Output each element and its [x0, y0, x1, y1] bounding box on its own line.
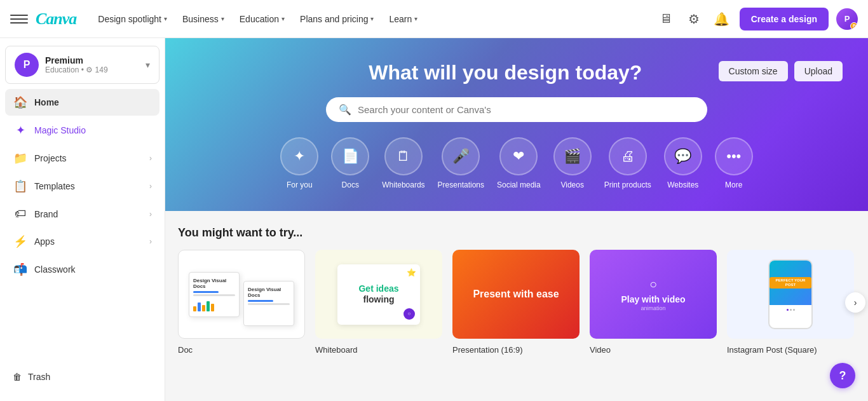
card-whiteboard-thumbnail: ⭐ Get ideas flowing ○: [315, 250, 442, 339]
for-you-icon: ✦: [280, 137, 318, 175]
nav-item-education[interactable]: Education ▾: [233, 10, 291, 28]
classwork-icon: 📬: [13, 262, 28, 276]
category-presentations[interactable]: 🎤 Presentations: [438, 137, 484, 189]
card-presentation[interactable]: Present with ease Presentation (16:9): [452, 250, 580, 355]
category-more[interactable]: ••• More: [715, 137, 753, 189]
hero-search-bar: 🔍: [326, 97, 707, 122]
chevron-right-icon: ›: [149, 237, 152, 246]
nav-item-design-spotlight[interactable]: Design spotlight ▾: [92, 10, 173, 28]
sidebar-item-label: Brand: [34, 209, 143, 219]
docs-icon: 📄: [331, 137, 369, 175]
chevron-down-icon: ▾: [221, 15, 224, 22]
card-whiteboard[interactable]: ⭐ Get ideas flowing ○ Whiteboard: [315, 250, 442, 355]
category-label: Print products: [604, 180, 651, 189]
card-instagram-thumbnail: PERFECT YOUR POST: [727, 250, 854, 339]
hero-top: What will you design today? Custom size …: [191, 61, 843, 85]
presentations-icon: 🎤: [442, 137, 480, 175]
doc-chart: [193, 299, 235, 311]
sidebar-profile-sub: Education • ⚙ 149: [45, 65, 146, 74]
suggestions-section: You might want to try... Design Visual D…: [165, 211, 868, 368]
scroll-right-button[interactable]: ›: [845, 292, 865, 313]
canva-logo: Canva: [36, 10, 76, 29]
nav-item-business[interactable]: Business ▾: [176, 10, 231, 28]
sidebar-profile-name: Premium: [45, 55, 146, 65]
card-doc-label: Doc: [178, 345, 193, 355]
suggestions-title: You might want to try...: [178, 226, 855, 240]
avatar[interactable]: P P: [836, 8, 858, 30]
sidebar-item-label: Classwork: [34, 264, 152, 275]
notification-icon[interactable]: 🔔: [712, 9, 732, 29]
chevron-right-icon: ›: [149, 154, 152, 163]
suggestion-cards-row: Design Visual Docs: [178, 250, 855, 355]
sidebar-item-label: Apps: [34, 236, 143, 247]
hamburger-menu[interactable]: [10, 10, 28, 28]
search-input[interactable]: [358, 104, 695, 115]
upload-button[interactable]: Upload: [794, 61, 843, 81]
social-media-icon: ❤: [499, 137, 538, 175]
hero-title: What will you design today?: [292, 61, 719, 85]
card-instagram[interactable]: PERFECT YOUR POST Instagram Po: [727, 250, 854, 355]
doc-preview-secondary: Design Visual Docs: [243, 281, 294, 326]
more-icon: •••: [715, 137, 753, 175]
websites-icon: 💬: [664, 137, 702, 175]
sidebar-navigation: 🏠 Home ✦ Magic Studio 📁 Projects › 📋 Tem…: [0, 89, 165, 283]
category-label: For you: [287, 180, 313, 189]
sidebar-profile-info: Premium Education • ⚙ 149: [45, 55, 146, 74]
doc-bar: [193, 291, 219, 293]
sidebar-item-trash[interactable]: 🗑 Trash: [5, 365, 159, 388]
help-button[interactable]: ?: [830, 363, 855, 388]
card-presentation-label: Presentation (16:9): [452, 345, 523, 355]
card-video-label: Video: [590, 345, 611, 355]
chevron-right-icon: ›: [149, 182, 152, 191]
chevron-down-icon: ▾: [281, 15, 285, 22]
instagram-image: PERFECT YOUR POST: [770, 261, 811, 305]
category-label: Videos: [560, 180, 583, 189]
main-content: What will you design today? Custom size …: [165, 38, 868, 401]
custom-size-button[interactable]: Custom size: [719, 61, 788, 81]
nav-item-plans[interactable]: Plans and pricing ▾: [294, 10, 380, 28]
sidebar-item-label: Magic Studio: [34, 125, 152, 135]
create-design-button[interactable]: Create a design: [740, 8, 829, 31]
home-icon: 🏠: [13, 95, 28, 109]
sidebar-profile[interactable]: P Premium Education • ⚙ 149 ▾: [5, 46, 159, 84]
sidebar-item-classwork[interactable]: 📬 Classwork: [5, 256, 159, 283]
sidebar-item-magic-studio[interactable]: ✦ Magic Studio: [5, 117, 159, 144]
sidebar-item-brand[interactable]: 🏷 Brand ›: [5, 201, 159, 227]
doc-bar: [193, 294, 235, 296]
category-for-you[interactable]: ✦ For you: [280, 137, 318, 189]
monitor-icon[interactable]: 🖥: [656, 9, 676, 29]
presentation-preview: Present with ease: [473, 288, 559, 300]
sidebar-item-templates[interactable]: 📋 Templates ›: [5, 173, 159, 200]
card-video[interactable]: ○ Play with video animation Video: [590, 250, 717, 355]
chevron-down-icon: ▾: [370, 15, 374, 22]
category-websites[interactable]: 💬 Websites: [664, 137, 702, 189]
category-print-products[interactable]: 🖨 Print products: [604, 137, 651, 189]
templates-icon: 📋: [13, 179, 28, 193]
top-navigation: Canva Design spotlight ▾ Business ▾ Educ…: [0, 0, 868, 38]
sidebar-item-apps[interactable]: ⚡ Apps ›: [5, 228, 159, 255]
category-social-media[interactable]: ❤ Social media: [497, 137, 541, 189]
settings-icon[interactable]: ⚙: [684, 9, 704, 29]
card-doc[interactable]: Design Visual Docs: [178, 250, 305, 355]
chevron-down-icon: ▾: [164, 15, 167, 22]
nav-item-learn[interactable]: Learn ▾: [383, 10, 424, 28]
print-products-icon: 🖨: [609, 137, 647, 175]
category-videos[interactable]: 🎬 Videos: [553, 137, 592, 189]
hero-action-buttons: Custom size Upload: [719, 61, 843, 81]
instagram-dots: [772, 309, 809, 311]
wb-dot: ○: [403, 308, 415, 320]
instagram-bottom: [770, 305, 811, 313]
category-docs[interactable]: 📄 Docs: [331, 137, 369, 189]
sidebar-item-projects[interactable]: 📁 Projects ›: [5, 145, 159, 172]
card-presentation-thumbnail: Present with ease: [452, 250, 580, 339]
video-preview: ○ Play with video animation: [621, 277, 685, 311]
category-icons-row: ✦ For you 📄 Docs 🗒 Whiteboards 🎤 Present…: [191, 137, 843, 196]
chevron-right-icon: ›: [149, 210, 152, 219]
category-whiteboards[interactable]: 🗒 Whiteboards: [382, 137, 424, 189]
chevron-down-icon: ▾: [146, 60, 150, 70]
sidebar-trash-label: Trash: [28, 372, 50, 382]
sidebar-item-home[interactable]: 🏠 Home: [5, 89, 159, 116]
card-doc-thumbnail: Design Visual Docs: [178, 250, 305, 339]
instagram-phone-mockup: PERFECT YOUR POST: [768, 259, 813, 329]
card-video-thumbnail: ○ Play with video animation: [590, 250, 717, 339]
